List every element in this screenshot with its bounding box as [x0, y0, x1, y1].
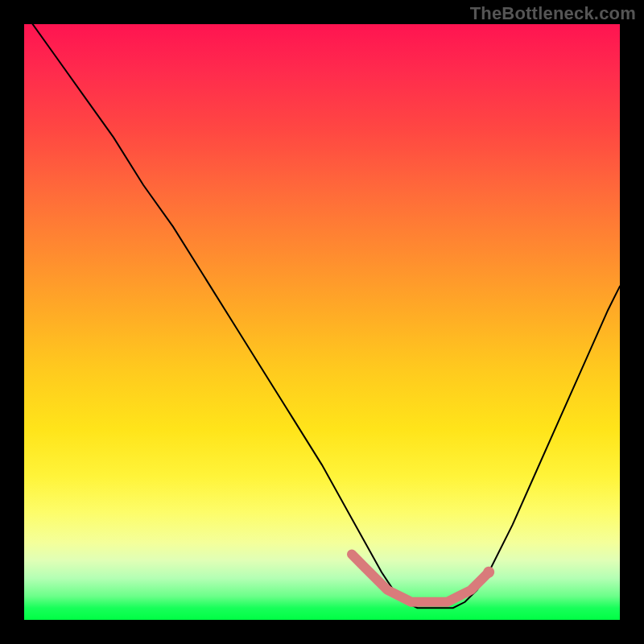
watermark-text: TheBottleneck.com — [470, 3, 636, 24]
bottleneck-curve — [24, 24, 620, 608]
plot-area — [24, 24, 620, 620]
chart-svg — [24, 24, 620, 620]
highlight-marker — [483, 567, 494, 578]
highlight-band — [352, 555, 489, 602]
chart-frame: TheBottleneck.com — [0, 0, 644, 644]
